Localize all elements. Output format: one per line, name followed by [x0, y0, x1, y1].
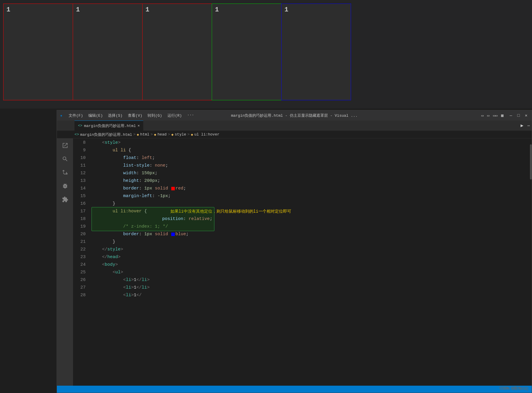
- preview-item-2: 1: [73, 4, 143, 100]
- preview-item-5: 1: [281, 4, 351, 100]
- tab-close-button[interactable]: ✕: [138, 123, 140, 128]
- color-swatch-blue: [171, 233, 175, 236]
- code-content[interactable]: <style> ul li { float: left; list: [89, 138, 528, 386]
- title-bar: ✦ 文件(F) 编辑(E) 选择(S) 查看(V) 转到(G) 运行(R) ··…: [57, 110, 532, 121]
- preview-item-4: 1: [212, 4, 282, 100]
- run-icon[interactable]: ▶: [518, 123, 526, 128]
- menu-goto[interactable]: 转到(G): [145, 112, 164, 119]
- window-controls: ▭ ▭ ▭▭ ▦ — □ ✕: [481, 113, 529, 118]
- code-line-28: <li>1</: [92, 292, 528, 299]
- code-line-9: ul li {: [92, 147, 528, 154]
- status-bar: CSDN @若水cij: [57, 386, 532, 393]
- layout-icon-4[interactable]: ▦: [501, 113, 504, 118]
- breadcrumb-html[interactable]: html: [140, 132, 149, 137]
- code-line-27: <li>1</li>: [92, 284, 528, 292]
- line-num-23: 23: [73, 253, 86, 261]
- line-num-11: 11: [73, 162, 86, 170]
- code-line-8: <style>: [92, 139, 528, 147]
- menu-view[interactable]: 查看(V): [126, 112, 145, 119]
- explorer-icon[interactable]: [61, 141, 69, 150]
- window-title: margin负值的巧妙运用.html - 仿土豆显示隐藏遮罩层 - Visual…: [231, 113, 358, 118]
- code-line-19: /* z-index: 1; */: [92, 223, 528, 231]
- code-line-11: list-style: none;: [92, 162, 528, 170]
- preview-area: 1 1 1 1 1: [0, 0, 532, 109]
- breadcrumb-file[interactable]: margin负值的巧妙运用.html: [80, 132, 132, 137]
- line-num-17: 17: [73, 208, 86, 215]
- page-watermark: CSDN @若水cij: [499, 385, 528, 391]
- breadcrumb-sep-1: >: [133, 132, 135, 137]
- line-num-14: 14: [73, 185, 86, 192]
- tab-file-icon: <>: [78, 124, 82, 128]
- source-control-icon[interactable]: [61, 168, 69, 177]
- breadcrumb: <> margin负值的巧妙运用.html > ◆ html > ◆ head …: [57, 131, 532, 138]
- breadcrumb-selector[interactable]: ul li:hover: [194, 132, 219, 137]
- layout-icon-1[interactable]: ▭: [481, 113, 484, 118]
- editor-container: 8 9 10 11 12 13 14 15 16 17 18 19 20 21 …: [57, 138, 532, 386]
- minimize-button[interactable]: —: [508, 113, 514, 118]
- scrollbar-thumb: [530, 144, 532, 179]
- split-icon[interactable]: ⋯: [528, 123, 530, 128]
- code-line-14: border: 1px solid red;: [92, 185, 528, 192]
- search-icon[interactable]: [61, 155, 69, 163]
- code-line-20: border: 1px solid blue;: [92, 231, 528, 238]
- activity-bar: [57, 138, 73, 386]
- tab-bar: <> margin负值的巧妙运用.html ✕ ▶ ⋯: [57, 121, 532, 131]
- breadcrumb-sep-3: >: [168, 132, 170, 137]
- code-line-18: position: relative;: [92, 215, 528, 223]
- close-button[interactable]: ✕: [523, 113, 529, 118]
- menu-select[interactable]: 选择(S): [106, 112, 125, 119]
- code-area[interactable]: 8 9 10 11 12 13 14 15 16 17 18 19 20 21 …: [73, 138, 532, 386]
- line-numbers: 8 9 10 11 12 13 14 15 16 17 18 19 20 21 …: [73, 138, 89, 386]
- preview-item-1: 1: [3, 4, 73, 100]
- editor-main: 8 9 10 11 12 13 14 15 16 17 18 19 20 21 …: [73, 138, 532, 386]
- maximize-button[interactable]: □: [516, 113, 521, 118]
- preview-list: 1 1 1 1 1: [4, 4, 351, 100]
- code-line-24: <body>: [92, 261, 528, 269]
- preview-item-3: 1: [142, 4, 212, 100]
- menu-run[interactable]: 运行(R): [165, 112, 184, 119]
- breadcrumb-sep-4: >: [187, 132, 190, 137]
- code-line-22: </style>: [92, 246, 528, 253]
- code-line-13: height: 200px;: [92, 177, 528, 185]
- line-num-16: 16: [73, 200, 86, 208]
- layout-icon-2[interactable]: ▭: [487, 113, 489, 118]
- breadcrumb-icon-4: ◆: [171, 132, 174, 137]
- extensions-icon[interactable]: [61, 195, 69, 204]
- tab-filename: margin负值的巧妙运用.html: [84, 123, 136, 128]
- line-num-24: 24: [73, 261, 86, 269]
- code-line-12: width: 150px;: [92, 170, 528, 177]
- line-num-20: 20: [73, 231, 86, 238]
- code-line-23: </head>: [92, 253, 528, 261]
- code-line-25: <ul>: [92, 269, 528, 276]
- vscode-window: ✦ 文件(F) 编辑(E) 选择(S) 查看(V) 转到(G) 运行(R) ··…: [57, 110, 532, 393]
- breadcrumb-style[interactable]: style: [175, 132, 186, 137]
- line-num-28: 28: [73, 292, 86, 299]
- line-num-19: 19: [73, 223, 86, 231]
- menu-edit[interactable]: 编辑(E): [86, 112, 105, 119]
- line-num-21: 21: [73, 238, 86, 246]
- breadcrumb-icon-5: ◆: [191, 132, 193, 137]
- line-num-18: 18: [73, 215, 86, 223]
- editor-tab[interactable]: <> margin负值的巧妙运用.html ✕: [74, 121, 143, 131]
- line-num-13: 13: [73, 177, 86, 185]
- scrollbar[interactable]: [528, 138, 532, 386]
- line-num-27: 27: [73, 284, 86, 292]
- debug-icon[interactable]: [61, 182, 69, 190]
- code-line-16: }: [92, 200, 528, 208]
- line-num-9: 9: [73, 147, 86, 154]
- menu-more[interactable]: ···: [185, 112, 196, 119]
- line-num-12: 12: [73, 170, 86, 177]
- breadcrumb-icon-2: ◆: [137, 132, 139, 137]
- breadcrumb-head[interactable]: head: [157, 132, 167, 137]
- line-num-10: 10: [73, 154, 86, 162]
- code-line-10: float: left;: [92, 154, 528, 162]
- line-num-15: 15: [73, 192, 86, 200]
- code-line-15: margin-left: -1px;: [92, 192, 528, 200]
- menu-file[interactable]: 文件(F): [66, 112, 85, 119]
- line-num-26: 26: [73, 276, 86, 284]
- vscode-icon: ✦: [60, 113, 63, 118]
- layout-icon-3[interactable]: ▭▭: [493, 113, 498, 118]
- breadcrumb-icon-3: ◆: [154, 132, 156, 137]
- breadcrumb-icon: <>: [74, 132, 79, 137]
- color-swatch-red: [171, 187, 175, 190]
